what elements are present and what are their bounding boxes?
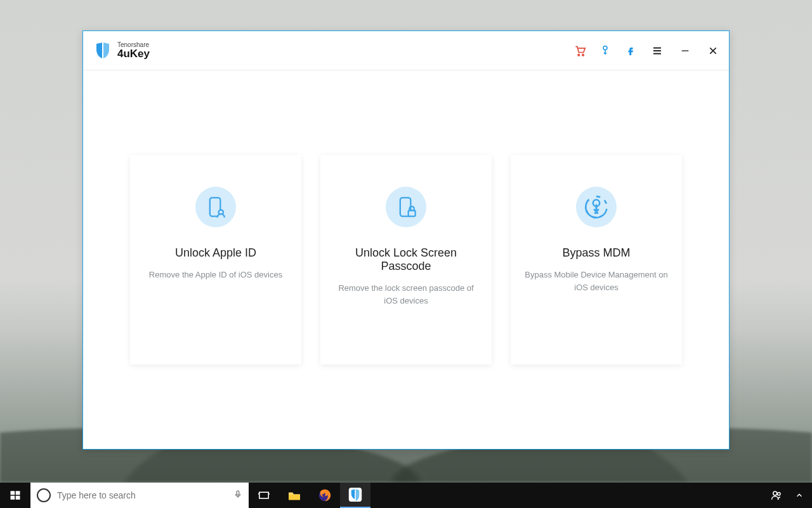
card-title: Unlock Apple ID: [175, 246, 256, 260]
svg-point-21: [778, 493, 781, 496]
search-input[interactable]: [57, 490, 227, 500]
card-desc: Remove the Apple ID of iOS devices: [149, 269, 282, 281]
product-name: 4uKey: [117, 48, 150, 60]
cortana-icon: [37, 488, 51, 502]
key-icon[interactable]: [598, 44, 612, 58]
menu-icon[interactable]: [649, 44, 665, 58]
phone-user-icon: [195, 187, 236, 227]
company-name: Tenorshare: [117, 41, 150, 48]
close-button[interactable]: [705, 44, 721, 58]
svg-rect-11: [11, 491, 15, 495]
4ukey-taskbar-button[interactable]: [340, 483, 370, 508]
tray-chevron-up-icon[interactable]: [790, 483, 808, 508]
main-content: Unlock Apple ID Remove the Apple ID of i…: [83, 70, 729, 449]
svg-point-20: [773, 491, 777, 495]
svg-rect-19: [349, 488, 362, 502]
card-title: Bypass MDM: [562, 246, 630, 260]
svg-rect-13: [11, 496, 15, 500]
card-title: Unlock Lock Screen Passcode: [333, 246, 479, 273]
card-desc: Bypass Mobile Device Management on iOS d…: [523, 269, 669, 293]
card-bypass-mdm[interactable]: Bypass MDM Bypass Mobile Device Manageme…: [511, 155, 682, 364]
start-button[interactable]: [0, 483, 30, 508]
svg-rect-15: [237, 491, 239, 495]
shield-logo-icon: [95, 42, 111, 60]
svg-rect-12: [16, 491, 20, 495]
app-logo: Tenorshare 4uKey: [95, 41, 150, 60]
titlebar: Tenorshare 4uKey: [83, 31, 729, 70]
svg-point-2: [603, 46, 607, 50]
svg-rect-17: [289, 495, 300, 500]
svg-rect-14: [16, 496, 20, 500]
microphone-icon[interactable]: [233, 488, 242, 502]
system-tray: [768, 483, 812, 508]
titlebar-actions: [573, 44, 721, 58]
card-desc: Remove the lock screen passcode of iOS d…: [333, 282, 479, 307]
svg-rect-6: [409, 211, 416, 217]
app-window: Tenorshare 4uKey: [82, 30, 730, 450]
phone-lock-icon: [386, 187, 426, 227]
taskbar-search[interactable]: [30, 483, 249, 508]
file-explorer-button[interactable]: [279, 483, 310, 508]
svg-point-0: [578, 54, 580, 56]
svg-point-1: [582, 54, 584, 56]
svg-rect-16: [259, 492, 268, 498]
minimize-button[interactable]: [677, 44, 693, 58]
taskbar: [0, 483, 812, 508]
firefox-button[interactable]: [310, 483, 340, 508]
facebook-icon[interactable]: [624, 44, 638, 58]
people-icon[interactable]: [768, 483, 785, 508]
card-unlock-apple-id[interactable]: Unlock Apple ID Remove the Apple ID of i…: [130, 155, 301, 364]
cart-icon[interactable]: [573, 44, 587, 58]
task-view-button[interactable]: [249, 483, 279, 508]
card-unlock-passcode[interactable]: Unlock Lock Screen Passcode Remove the l…: [320, 155, 492, 364]
mdm-key-icon: [576, 187, 617, 227]
